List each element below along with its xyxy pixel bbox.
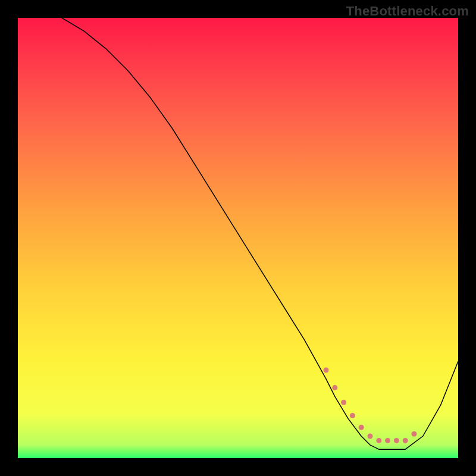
chart-svg: [18, 18, 458, 458]
chart-frame: TheBottleneck.com: [0, 0, 476, 476]
flat-band-point: [359, 425, 364, 430]
flat-band-point: [385, 438, 390, 443]
flat-band-point: [368, 434, 373, 439]
flat-band-point: [324, 368, 329, 373]
flat-band-point: [341, 400, 346, 405]
flat-band-point: [350, 413, 355, 418]
plot-area: [18, 18, 458, 458]
flat-band-point: [394, 438, 399, 443]
gradient-background: [18, 18, 458, 458]
flat-band-point: [412, 431, 417, 437]
flat-band-point: [332, 385, 337, 390]
flat-band-point: [403, 438, 408, 443]
watermark-text: TheBottleneck.com: [346, 4, 469, 19]
flat-band-point: [376, 438, 381, 443]
